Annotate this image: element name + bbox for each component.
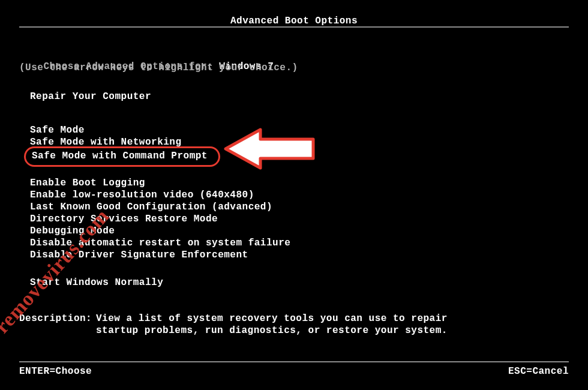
menu-safe-mode-cmd-label: Safe Mode with Command Prompt <box>32 151 208 161</box>
footer-divider <box>19 361 569 362</box>
footer-esc: ESC=Cancel <box>508 366 569 377</box>
menu-start-normally[interactable]: Start Windows Normally <box>30 277 163 288</box>
description-line-2: startup problems, run diagnostics, or re… <box>96 325 448 336</box>
menu-repair[interactable]: Repair Your Computer <box>30 91 151 102</box>
menu-no-auto-restart[interactable]: Disable automatic restart on system fail… <box>30 238 290 248</box>
description-line-1: View a list of system recovery tools you… <box>96 313 448 324</box>
description-label: Description: <box>19 313 92 324</box>
svg-marker-0 <box>226 130 313 168</box>
menu-debug[interactable]: Debugging Mode <box>30 226 115 236</box>
footer-enter: ENTER=Choose <box>19 366 92 377</box>
menu-ds-restore[interactable]: Directory Services Restore Mode <box>30 214 218 224</box>
menu-low-res-video[interactable]: Enable low-resolution video (640x480) <box>30 190 254 200</box>
menu-safe-mode-cmd-highlighted[interactable]: Safe Mode with Command Prompt <box>24 146 220 167</box>
title-divider <box>19 26 569 28</box>
menu-lkgc[interactable]: Last Known Good Configuration (advanced) <box>30 202 272 212</box>
menu-safe-mode[interactable]: Safe Mode <box>30 125 85 136</box>
arrow-hint: (Use the arrow keys to highlight your ch… <box>19 62 298 73</box>
pointer-arrow-icon <box>223 126 319 172</box>
menu-boot-logging[interactable]: Enable Boot Logging <box>30 178 145 188</box>
boot-options-screen: Advanced Boot Options Choose Advanced Op… <box>0 0 588 390</box>
page-title: Advanced Boot Options <box>0 16 588 26</box>
menu-no-drv-sig[interactable]: Disable Driver Signature Enforcement <box>30 250 248 260</box>
